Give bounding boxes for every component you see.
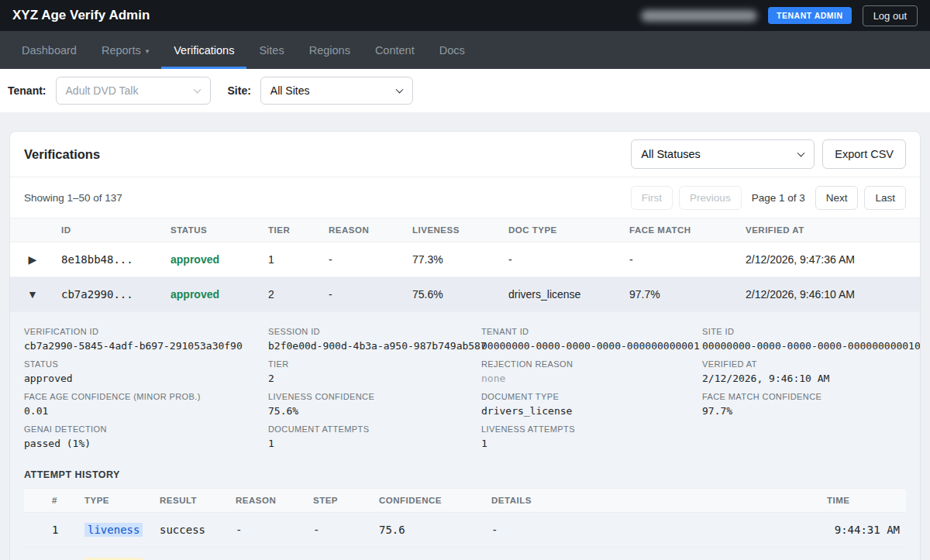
detail-fields: VERIFICATION IDcb7a2990-5845-4adf-b697-2… xyxy=(24,327,906,449)
attempt-num: 1 xyxy=(24,513,78,548)
chevron-down-icon xyxy=(193,86,201,94)
column-header-id: ID xyxy=(55,218,164,242)
page-title: Verifications xyxy=(24,147,100,162)
reason-value: - xyxy=(322,277,406,312)
attempt-reason: - xyxy=(229,548,307,560)
verification-detail-panel: VERIFICATION IDcb7a2990-5845-4adf-b697-2… xyxy=(10,312,920,560)
topbar: XYZ Age Verify Admin TENANT ADMIN Log ou… xyxy=(0,0,930,31)
detail-field-session-id: SESSION IDb2f0e00d-900d-4b3a-a950-987b74… xyxy=(268,327,481,352)
page-info: Page 1 of 3 xyxy=(752,192,805,204)
verifications-table: ID STATUS TIER REASON LIVENESS DOC TYPE … xyxy=(10,218,920,560)
attempt-row: 1 liveness success - - 75.6 - 9:44:31 AM xyxy=(24,513,906,548)
redacted-user-email xyxy=(641,10,757,22)
attempt-type: document xyxy=(78,548,153,560)
column-header-tier: TIER xyxy=(262,218,322,242)
logout-button[interactable]: Log out xyxy=(863,5,918,26)
app-title: XYZ Age Verify Admin xyxy=(12,8,150,23)
attempt-step: complete xyxy=(307,548,373,560)
detail-field-site-id: SITE ID00000000-0000-0000-0000-000000000… xyxy=(702,327,920,352)
collapse-icon[interactable]: ▼ xyxy=(10,277,55,312)
attempt-type: liveness xyxy=(78,513,153,548)
column-header-reason: REASON xyxy=(322,218,406,242)
attempt-history-table: # TYPE RESULT REASON STEP CONFIDENCE DET… xyxy=(24,488,906,560)
ah-column-reason: REASON xyxy=(229,489,307,513)
ah-column-result: RESULT xyxy=(153,489,229,513)
attempt-reason: - xyxy=(229,513,307,548)
ah-column-type: TYPE xyxy=(78,489,153,513)
status-filter-select[interactable]: All Statuses xyxy=(631,139,815,169)
nav-item-content[interactable]: Content xyxy=(363,31,427,69)
detail-field-verification-id: VERIFICATION IDcb7a2990-5845-4adf-b697-2… xyxy=(24,327,268,352)
next-page-button[interactable]: Next xyxy=(815,186,859,210)
status-badge: approved xyxy=(164,277,262,312)
showing-count: Showing 1–50 of 137 xyxy=(24,192,122,204)
attempt-time: 9:44:31 AM xyxy=(821,513,906,548)
pagination: First Previous Page 1 of 3 Next Last xyxy=(631,186,906,210)
face-match-value: - xyxy=(623,242,739,277)
detail-field-tier: TIER2 xyxy=(268,359,481,384)
main-nav: Dashboard Reports▾ Verifications Sites R… xyxy=(0,31,930,69)
nav-item-docs[interactable]: Docs xyxy=(427,31,477,69)
attempt-confidence: 97.7 xyxy=(373,548,485,560)
card-header: Verifications All Statuses Export CSV xyxy=(10,132,920,177)
column-header-face-match: FACE MATCH xyxy=(623,218,739,242)
nav-item-regions[interactable]: Regions xyxy=(297,31,363,69)
tier-value: 2 xyxy=(262,277,322,312)
role-badge: TENANT ADMIN xyxy=(768,7,852,24)
tenant-select[interactable]: Adult DVD Talk xyxy=(56,77,211,105)
attempt-result: success xyxy=(153,548,229,560)
attempt-confidence: 75.6 xyxy=(373,513,485,548)
ah-column-confidence: CONFIDENCE xyxy=(373,489,485,513)
nav-item-verifications[interactable]: Verifications xyxy=(161,31,246,69)
nav-item-dashboard[interactable]: Dashboard xyxy=(9,31,89,69)
chevron-down-icon xyxy=(395,86,403,94)
tier-value: 1 xyxy=(262,242,322,277)
reason-value: - xyxy=(322,242,406,277)
first-page-button[interactable]: First xyxy=(631,186,673,210)
attempt-time: 9:46:09 AM xyxy=(821,548,906,560)
attempt-num: 1 xyxy=(24,548,78,560)
liveness-value: 75.6% xyxy=(406,277,502,312)
attempt-result: success xyxy=(153,513,229,548)
detail-field-liveness-confidence: LIVENESS CONFIDENCE75.6% xyxy=(268,392,481,417)
detail-field-liveness-attempts: LIVENESS ATTEMPTS1 xyxy=(481,424,702,449)
table-header-row: ID STATUS TIER REASON LIVENESS DOC TYPE … xyxy=(10,218,920,242)
ah-column-num: # xyxy=(24,489,78,513)
verification-id: 8e18bb48... xyxy=(55,242,164,277)
attempt-step: - xyxy=(307,513,373,548)
previous-page-button[interactable]: Previous xyxy=(679,186,742,210)
main-content: Verifications All Statuses Export CSV Sh… xyxy=(0,112,930,560)
detail-field-tenant-id: TENANT ID00000000-0000-0000-0000-0000000… xyxy=(481,327,702,352)
nav-item-sites[interactable]: Sites xyxy=(246,31,296,69)
export-csv-button[interactable]: Export CSV xyxy=(822,139,906,169)
column-header-liveness: LIVENESS xyxy=(406,218,502,242)
detail-field-face-match-confidence: FACE MATCH CONFIDENCE97.7% xyxy=(702,392,920,417)
chevron-down-icon xyxy=(797,149,805,157)
doc-type-value: - xyxy=(502,242,623,277)
attempt-details: - xyxy=(485,513,821,548)
attempt-history-title: ATTEMPT HISTORY xyxy=(24,469,906,480)
ah-column-time: TIME xyxy=(821,489,906,513)
attempt-history-header-row: # TYPE RESULT REASON STEP CONFIDENCE DET… xyxy=(24,489,906,513)
expand-icon[interactable]: ▶ xyxy=(10,242,55,277)
attempt-details: document_type: drivers_license, genai_pr… xyxy=(485,548,821,560)
verification-row[interactable]: ▶ 8e18bb48... approved 1 - 77.3% - - 2/1… xyxy=(10,242,920,277)
column-header-verified-at: VERIFIED AT xyxy=(739,218,920,242)
verification-id: cb7a2990... xyxy=(55,277,164,312)
detail-field-status: STATUSapproved xyxy=(24,359,268,384)
site-select[interactable]: All Sites xyxy=(260,77,413,105)
expander-column-header xyxy=(10,218,55,242)
nav-item-reports[interactable]: Reports▾ xyxy=(89,31,161,69)
site-filter-label: Site: xyxy=(228,84,251,97)
detail-field-rejection-reason: REJECTION REASONnone xyxy=(481,359,702,384)
detail-field-genai-detection: GENAI DETECTIONpassed (1%) xyxy=(24,424,268,449)
ah-column-step: STEP xyxy=(307,489,373,513)
last-page-button[interactable]: Last xyxy=(864,186,906,210)
status-badge: approved xyxy=(164,242,262,277)
verification-row[interactable]: ▼ cb7a2990... approved 2 - 75.6% drivers… xyxy=(10,277,920,312)
chevron-down-icon: ▾ xyxy=(146,47,150,55)
detail-field-verified-at: VERIFIED AT2/12/2026, 9:46:10 AM xyxy=(702,359,920,384)
face-match-value: 97.7% xyxy=(623,277,739,312)
liveness-value: 77.3% xyxy=(406,242,502,277)
detail-row: VERIFICATION IDcb7a2990-5845-4adf-b697-2… xyxy=(10,312,920,560)
